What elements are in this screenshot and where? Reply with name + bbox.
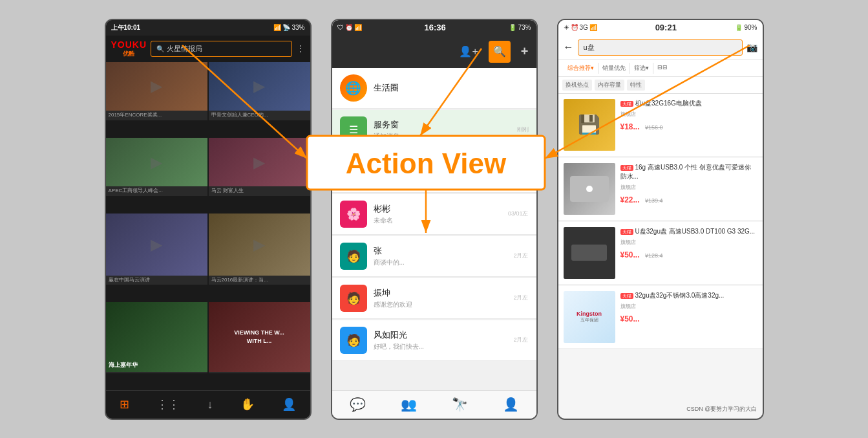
product-shop-1: 旗舰店 [620, 111, 757, 118]
avatar-fengruyangguang: 🧑 [340, 327, 367, 354]
status-bar-phone3: ☀ ⏰ 3G 📶 09:21 🔋 90% [558, 20, 763, 36]
chat-icon-wechat[interactable]: 💬 [350, 397, 366, 412]
youku-bottom-nav: ⊞ ⋮⋮ ↓ ✋ 👤 [106, 390, 310, 419]
youku-logo-sub: 优酷 [123, 50, 134, 58]
product-price-2: ¥22... [620, 195, 640, 204]
filter-grid[interactable]: ⊟⊟ [653, 63, 672, 74]
video-thumb-6: ▶ [209, 214, 310, 276]
video-thumb-1: ▶ [106, 62, 207, 111]
contact-item-li[interactable]: 🧑 郦 内容等 已结束 03/27左 [332, 152, 536, 193]
contact-name-zhenkun: 振坤 [374, 287, 507, 299]
product-orig-price-1: ¥156.0 [645, 124, 663, 131]
video-title-3: APEC工商领导人峰会... [106, 186, 207, 195]
product-title-2: 天猫16g 高速USB3.0 个性 创意优盘可爱迷你防水... [620, 163, 757, 181]
fuwu-icon-symbol: ☰ [349, 124, 358, 136]
shop-tag-bar: 换机热点 内存容量 特性 [558, 77, 763, 94]
video-thumb-4: ▶ [209, 138, 310, 187]
tag-特性[interactable]: 特性 [627, 80, 645, 91]
csdn-watermark: CSDN @要努力学习的大白 [686, 405, 757, 413]
add-icon-wechat[interactable]: + [521, 44, 529, 59]
product-orig-price-2: ¥139.4 [645, 197, 663, 204]
shenghuo-avatar: 🌐 [340, 74, 367, 102]
video-title-text-2: 甲骨文创始人兼CEO的... [211, 112, 268, 118]
video-title-text-1: 2015年ENCORE奖奖... [109, 112, 162, 118]
alarm-icon-phone2: ⏰ [345, 24, 353, 31]
video-item-2[interactable]: ▶ 甲骨文创始人兼CEO的... [209, 62, 310, 120]
contact-item-zhenkun[interactable]: 🧑 振坤 感谢您的欢迎 2月左 [332, 278, 536, 319]
video-item-4[interactable]: ▶ 马云 财富人生 [209, 138, 310, 196]
product-item-4[interactable]: Kingston 五年保固 天猫32gu盘32g不锈钢3.0高速32g... 旗… [558, 286, 763, 349]
time-phone1: 上午10:01 [111, 23, 141, 32]
contact-item-zhang[interactable]: 🧑 张 商谈中的... 2月左 [332, 236, 536, 277]
wifi-icon-phone1: 📡 [282, 24, 290, 31]
user-icon-youku[interactable]: 👤 [282, 397, 296, 411]
video-item-6[interactable]: ▶ 马云2016最新演讲：当... [209, 214, 310, 285]
wechat-header: 👤+ 🔍 + [332, 36, 536, 68]
product-img-4: Kingston 五年保固 [564, 291, 615, 343]
contacts-icon-wechat[interactable]: 👥 [401, 397, 417, 412]
contact-icon-wechat[interactable]: 👤+ [459, 45, 478, 58]
fuwu-time: 刚刚 [517, 126, 529, 134]
filter-recommend[interactable]: 综合推荐▾ [564, 63, 598, 74]
tag-换机热点[interactable]: 换机热点 [562, 80, 592, 91]
product-price-3: ¥50... [620, 250, 640, 259]
download-icon-youku[interactable]: ↓ [207, 398, 213, 411]
youku-search-field[interactable]: 🔍 火星情报局 [151, 41, 291, 57]
video-play-icon-3: ▶ [151, 153, 162, 171]
contact-item-fengruyangguang[interactable]: 🧑 风如阳光 好吧，我们快去... 2月左 [332, 320, 536, 361]
search-button-wechat[interactable]: 🔍 [489, 41, 511, 63]
contact-info-fengruyangguang: 风如阳光 好吧，我们快去... [374, 329, 507, 351]
product-price-1: ¥18... [620, 122, 640, 131]
video-item-7[interactable]: 海上嘉年华 [106, 302, 207, 373]
video-thumb-2: ▶ [209, 62, 310, 111]
product-item-1[interactable]: 💾 天猫机u盘32G16G电脑优盘 旗舰店 ¥18... ¥156.0 [558, 94, 763, 157]
video-item-1[interactable]: ▶ 2015年ENCORE奖奖... [106, 62, 207, 120]
video-item-5[interactable]: ▶ 赢在中国马云演讲 [106, 214, 207, 285]
wifi-icon-phone3: 📶 [589, 24, 597, 31]
apps-icon-youku[interactable]: ⋮⋮ [156, 397, 180, 411]
shop-filter-bar: 综合推荐▾ 销量优先 筛选▾ ⊟⊟ [558, 60, 763, 77]
youku-video-grid: ▶ 2015年ENCORE奖奖... ▶ 甲骨文创始人兼CEO的... [106, 62, 310, 390]
back-button-shop[interactable]: ← [564, 41, 574, 53]
youku-logo-top: YOUKU [111, 39, 147, 50]
video-title-1: 2015年ENCORE奖奖... [106, 111, 207, 120]
wechat-contact-list: 🌐 生活圈 ☰ 服务窗 通知消息 刚刚 [332, 68, 536, 390]
youku-header: YOUKU 优酷 🔍 火星情报局 ⋮ [106, 36, 310, 62]
video-play-icon-2: ▶ [253, 77, 265, 95]
contact-item-binbin[interactable]: 🌸 彬彬 未命名 03/01左 [332, 194, 536, 235]
video-title-5: 赢在中国马云演讲 [106, 276, 207, 285]
video-item-3[interactable]: ▶ APEC工商领导人峰会... [106, 138, 207, 196]
contact-item-shenghuo[interactable]: 🌐 生活圈 [332, 68, 536, 109]
shop-search-field[interactable]: u盘 [578, 39, 743, 56]
contact-name-fengruyangguang: 风如阳光 [374, 329, 507, 341]
badge-2: 天猫 [620, 165, 633, 171]
video-thumb-7: 海上嘉年华 [106, 302, 207, 372]
product-item-2[interactable]: 天猫16g 高速USB3.0 个性 创意优盘可爱迷你防水... 旗舰店 ¥22.… [558, 158, 763, 221]
gesture-icon-youku[interactable]: ✋ [240, 397, 255, 411]
menu-dots-youku[interactable]: ⋮ [296, 43, 305, 54]
product-item-3[interactable]: 天猫U盘32gu盘 高速USB3.0 DT100 G3 32G... 旗舰店 ¥… [558, 222, 763, 285]
product-price-row-3: ¥50... ¥128.4 [620, 248, 757, 260]
contact-time-fengruyangguang: 2月左 [513, 336, 528, 344]
tag-内存容量[interactable]: 内存容量 [595, 80, 624, 91]
filter-sales[interactable]: 销量优先 [598, 63, 630, 74]
wechat-bottom-nav: 💬 👥 🔭 👤 [332, 390, 536, 419]
avatar-li: 🧑 [340, 159, 367, 186]
me-icon-wechat[interactable]: 👤 [503, 397, 519, 412]
shopping-screen: ☀ ⏰ 3G 📶 09:21 🔋 90% ← u盘 📷 [558, 20, 763, 419]
wechat-screen: 🛡 ⏰ 📶 16:36 🔋 73% 👤+ 🔍 + [332, 20, 536, 419]
video-item-8[interactable]: VIEWING THE W...WITH L... [209, 302, 310, 373]
phone-wechat: 🛡 ⏰ 📶 16:36 🔋 73% 👤+ 🔍 + [331, 19, 538, 420]
camera-icon-shop[interactable]: 📷 [746, 42, 757, 52]
video-overlay-text-7: 海上嘉年华 [109, 361, 138, 369]
fuwu-name: 服务窗 [374, 119, 511, 131]
product-title-3: 天猫U盘32gu盘 高速USB3.0 DT100 G3 32G... [620, 227, 757, 236]
discover-icon-wechat[interactable]: 🔭 [452, 397, 468, 412]
filter-select[interactable]: 筛选▾ [630, 63, 653, 74]
home-icon-youku[interactable]: ⊞ [120, 397, 129, 411]
contact-item-fuwu[interactable]: ☰ 服务窗 通知消息 刚刚 [332, 110, 536, 151]
status-bar-phone1: 上午10:01 📶 📡 33% [106, 20, 310, 36]
product-info-3: 天猫U盘32gu盘 高速USB3.0 DT100 G3 32G... 旗舰店 ¥… [620, 227, 757, 279]
battery-phone3: 🔋 90% [735, 24, 757, 31]
search-icon-youku: 🔍 [156, 45, 164, 52]
